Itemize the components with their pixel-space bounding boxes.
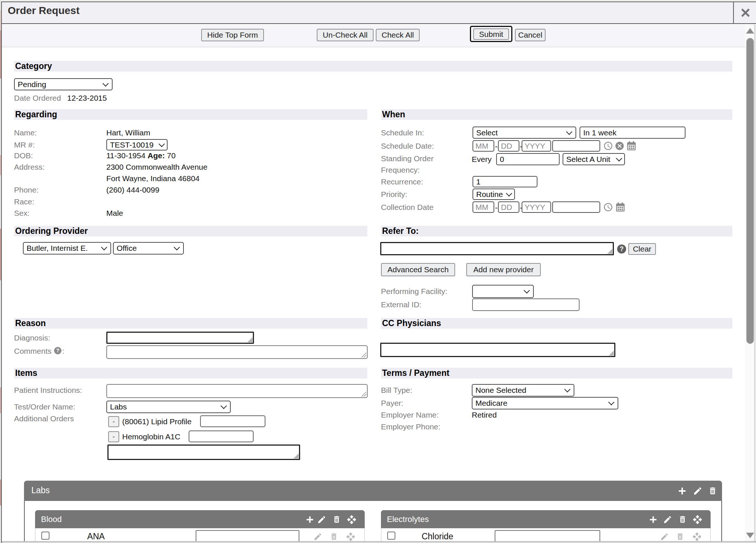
check-all-button[interactable]: Check All	[376, 29, 420, 41]
add-icon[interactable]	[677, 486, 687, 496]
delete-icon[interactable]	[332, 515, 341, 524]
delete-icon[interactable]	[678, 515, 687, 524]
section-terms-payment: Terms / Payment	[381, 368, 732, 378]
collection-time-input[interactable]	[552, 201, 600, 213]
labs-panel-title: Labs	[31, 485, 50, 495]
resize-grip[interactable]	[607, 249, 612, 254]
add-icon[interactable]	[305, 515, 315, 524]
schedule-date-dd[interactable]	[498, 140, 519, 152]
resize-grip[interactable]	[361, 352, 366, 357]
delete-icon[interactable]	[708, 486, 717, 495]
resize-grip[interactable]	[361, 391, 366, 397]
payer-select[interactable]: Medicare	[472, 397, 618, 409]
move-icon[interactable]	[346, 532, 355, 542]
clock-icon[interactable]	[603, 202, 613, 212]
bill-type-select[interactable]: None Selected	[472, 384, 574, 397]
calendar-icon[interactable]	[615, 202, 626, 212]
cc-physicians-textarea[interactable]	[380, 343, 615, 357]
priority-select[interactable]: Routine	[472, 189, 515, 200]
order-item-name: Hemoglobin A1C	[122, 432, 181, 442]
collection-date-mm[interactable]	[472, 201, 494, 213]
clock-icon[interactable]	[603, 141, 613, 151]
additional-orders-textarea[interactable]	[107, 445, 300, 460]
order-item-input[interactable]	[200, 415, 265, 427]
resize-grip[interactable]	[293, 453, 299, 459]
edit-icon[interactable]	[693, 486, 702, 496]
move-icon[interactable]	[347, 515, 357, 525]
order-request-window: Order Request Hide Top Form Un-Check All…	[0, 0, 756, 543]
scroll-down-arrow[interactable]	[746, 533, 754, 538]
test-order-select[interactable]: Labs	[106, 401, 231, 413]
blood-group-title: Blood	[41, 515, 62, 524]
edit-icon[interactable]	[663, 515, 672, 524]
test-value-input[interactable]	[196, 530, 299, 543]
submit-button[interactable]: Submit	[473, 28, 509, 40]
resize-grip[interactable]	[609, 350, 614, 356]
date-ordered-label: Date Ordered	[14, 93, 61, 103]
schedule-in-select-value: Select	[476, 128, 498, 137]
bill-type-value: None Selected	[475, 386, 526, 395]
ordering-provider-select[interactable]: Butler, Internist E.	[23, 242, 111, 255]
edit-icon[interactable]	[313, 532, 322, 541]
clear-date-icon[interactable]	[615, 141, 625, 151]
patient-instructions-textarea[interactable]	[106, 384, 368, 398]
delete-icon[interactable]	[330, 532, 338, 541]
diagnosis-textarea[interactable]	[106, 332, 254, 344]
move-icon[interactable]	[692, 532, 702, 542]
close-icon	[740, 8, 750, 18]
test-name: Chloride	[417, 532, 458, 542]
chevron-down-icon	[616, 155, 622, 161]
clear-button[interactable]: Clear	[628, 243, 656, 255]
cancel-button[interactable]: Cancel	[515, 29, 546, 41]
add-new-provider-button[interactable]: Add new provider	[466, 263, 541, 276]
performing-facility-select[interactable]	[472, 285, 534, 298]
test-checkbox[interactable]	[41, 532, 49, 540]
calendar-icon[interactable]	[626, 141, 637, 151]
collection-date-yyyy[interactable]	[522, 201, 551, 213]
help-icon[interactable]: ?	[616, 244, 627, 254]
schedule-in-input[interactable]	[580, 127, 685, 139]
horizontal-scrollbar[interactable]	[2, 541, 756, 543]
edit-icon[interactable]	[660, 532, 669, 541]
category-select[interactable]: Pending	[14, 78, 113, 90]
mr-select[interactable]: TEST-10019	[106, 139, 168, 151]
hide-top-form-button[interactable]: Hide Top Form	[201, 29, 264, 41]
section-cc-physicians: CC Physicians	[381, 318, 732, 329]
help-icon[interactable]: ?	[54, 346, 62, 355]
advanced-search-button[interactable]: Advanced Search	[381, 263, 455, 276]
order-item-input[interactable]	[189, 430, 254, 442]
uncheck-all-button[interactable]: Un-Check All	[317, 29, 374, 41]
scrollbar-thumb[interactable]	[746, 38, 754, 344]
test-value-input[interactable]	[495, 530, 600, 543]
recurrence-input[interactable]	[472, 176, 537, 187]
electrolytes-group-title: Electrolytes	[387, 515, 429, 524]
schedule-time-input[interactable]	[552, 140, 600, 152]
resize-grip[interactable]	[247, 337, 252, 342]
order-item-name: (80061) Lipid Profile	[122, 416, 192, 426]
every-input[interactable]	[496, 153, 560, 165]
move-icon[interactable]	[693, 515, 702, 525]
delete-icon[interactable]	[676, 532, 684, 541]
edit-icon[interactable]	[317, 515, 326, 524]
provider-location-select[interactable]: Office	[113, 242, 184, 255]
collection-date-dd[interactable]	[498, 201, 519, 213]
test-name: ANA	[85, 532, 107, 542]
patient-name: Hart, William	[106, 128, 150, 138]
sex-value: Male	[106, 208, 123, 218]
test-checkbox[interactable]	[387, 532, 395, 540]
external-id-input[interactable]	[472, 298, 580, 311]
refer-to-textarea[interactable]	[380, 242, 614, 255]
every-label: Every	[472, 154, 492, 164]
schedule-date-mm[interactable]	[472, 140, 494, 152]
close-button[interactable]	[733, 2, 756, 23]
comments-textarea[interactable]	[106, 345, 368, 359]
add-icon[interactable]	[649, 515, 658, 524]
schedule-in-select[interactable]: Select	[472, 127, 576, 139]
scroll-up-arrow[interactable]	[746, 28, 754, 34]
remove-order-button[interactable]: -	[108, 416, 119, 427]
schedule-date-yyyy[interactable]	[522, 140, 551, 152]
employer-name-label: Employer Name:	[381, 410, 439, 420]
remove-order-button[interactable]: -	[108, 431, 119, 442]
comments-label: Comments ?:	[14, 345, 64, 356]
unit-select[interactable]: Select A Unit	[563, 153, 625, 165]
